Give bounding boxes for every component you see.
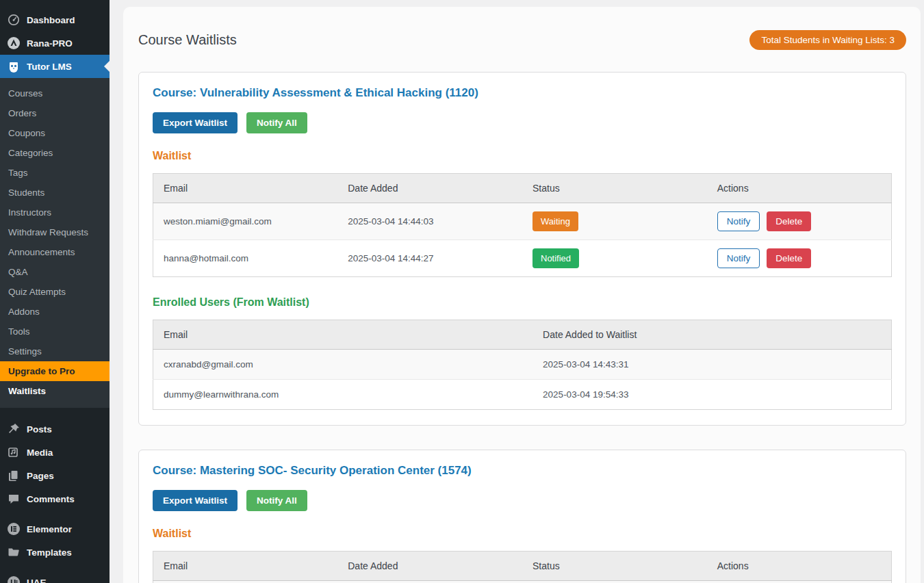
pages-icon: [7, 469, 21, 482]
sidebar-item-posts[interactable]: Posts: [0, 417, 110, 441]
table-row: weston.miami@gmail.com 2025-03-04 14:44:…: [153, 203, 892, 240]
enrolled-users-table: Email Date Added to Waitlist cxranabd@gm…: [153, 320, 892, 410]
notify-button[interactable]: Notify: [717, 211, 760, 231]
table-row: ahrnetwork@gmail.com 2025-03-04 15:28:14…: [153, 581, 892, 583]
column-header-date-added: Date Added: [337, 552, 522, 581]
admin-sidebar: Dashboard Rana-PRO Tutor LMS Courses Ord…: [0, 0, 110, 583]
table-row: hanna@hotmail.com 2025-03-04 14:44:27 No…: [153, 240, 892, 277]
email-cell: hanna@hotmail.com: [153, 240, 338, 277]
table-header-row: Email Date Added Status Actions: [153, 552, 892, 581]
course-actions: Export Waitlist Notify All: [153, 490, 892, 511]
sidebar-item-dashboard[interactable]: Dashboard: [0, 8, 110, 31]
column-header-email: Email: [153, 174, 338, 203]
table-header-row: Email Date Added to Waitlist: [153, 320, 892, 350]
enrolled-users-heading: Enrolled Users (From Waitlist): [153, 296, 892, 309]
export-waitlist-button[interactable]: Export Waitlist: [153, 112, 238, 133]
sidebar-item-courses[interactable]: Courses: [0, 83, 110, 103]
total-students-badge: Total Students in Waiting Lists: 3: [749, 30, 906, 50]
sidebar-item-label: Comments: [27, 494, 75, 504]
sidebar-item-label: Pages: [27, 471, 54, 481]
waitlist-heading: Waitlist: [153, 528, 892, 540]
rana-pro-logo-icon: [7, 36, 21, 50]
sidebar-item-waitlists[interactable]: Waitlists: [0, 381, 110, 401]
sidebar-item-label: UAE: [27, 578, 47, 583]
date-cell: 2025-03-04 19:54:33: [532, 380, 891, 410]
email-cell: ahrnetwork@gmail.com: [153, 581, 338, 583]
sidebar-item-label: Rana-PRO: [27, 38, 73, 49]
tutor-lms-owl-icon: [7, 60, 21, 73]
sidebar-item-withdraw-requests[interactable]: Withdraw Requests: [0, 222, 110, 242]
export-waitlist-button[interactable]: Export Waitlist: [153, 490, 238, 511]
folder-icon: [7, 545, 21, 559]
status-badge: Notified: [532, 248, 579, 268]
column-header-date-added-to-waitlist: Date Added to Waitlist: [532, 320, 891, 350]
date-cell: 2025-03-04 15:28:14: [337, 581, 522, 583]
sidebar-item-students[interactable]: Students: [0, 183, 110, 203]
sidebar-item-settings[interactable]: Settings: [0, 341, 110, 361]
sidebar-item-tools[interactable]: Tools: [0, 322, 110, 341]
column-header-date-added: Date Added: [337, 174, 522, 203]
app-window: Dashboard Rana-PRO Tutor LMS Courses Ord…: [0, 0, 924, 583]
course-card: Course: Vulnerability Assessment & Ethic…: [138, 72, 906, 426]
sidebar-item-tags[interactable]: Tags: [0, 163, 110, 183]
sidebar-item-label: Dashboard: [27, 15, 75, 25]
media-icon: [7, 445, 21, 459]
menu-separator: [0, 510, 110, 517]
delete-button[interactable]: Delete: [767, 248, 811, 268]
sidebar-item-addons[interactable]: Addons: [0, 302, 110, 322]
course-title: Course: Vulnerability Assessment & Ethic…: [153, 86, 892, 100]
sidebar-item-templates[interactable]: Templates: [0, 541, 110, 564]
sidebar-item-quiz-attempts[interactable]: Quiz Attempts: [0, 282, 110, 302]
comment-bubble-icon: [7, 492, 21, 506]
sidebar-item-elementor[interactable]: Elementor: [0, 517, 110, 541]
notify-all-button[interactable]: Notify All: [246, 112, 307, 133]
sidebar-item-coupons[interactable]: Coupons: [0, 123, 110, 143]
sidebar-item-label: Elementor: [27, 524, 72, 534]
course-card: Course: Mastering SOC- Security Operatio…: [138, 450, 906, 583]
column-header-email: Email: [153, 320, 533, 350]
main-content: Course Waitlists Total Students in Waiti…: [110, 0, 924, 583]
sidebar-item-orders[interactable]: Orders: [0, 103, 110, 123]
notify-all-button[interactable]: Notify All: [246, 490, 307, 511]
panel-header: Course Waitlists Total Students in Waiti…: [138, 30, 906, 50]
dashboard-icon: [7, 13, 21, 27]
table-row: cxranabd@gmail.com 2025-03-04 14:43:31: [153, 350, 892, 380]
column-header-status: Status: [522, 174, 707, 203]
pushpin-icon: [7, 422, 21, 436]
uae-logo-icon: [7, 575, 21, 583]
sidebar-item-label: Tutor LMS: [27, 62, 72, 72]
sidebar-item-uae[interactable]: UAE: [0, 571, 110, 583]
sidebar-item-upgrade-to-pro[interactable]: Upgrade to Pro: [0, 361, 110, 381]
delete-button[interactable]: Delete: [767, 211, 811, 231]
table-row: dummy@learnwithrana.com 2025-03-04 19:54…: [153, 380, 892, 410]
date-cell: 2025-03-04 14:44:03: [337, 203, 522, 240]
column-header-actions: Actions: [707, 174, 892, 203]
column-header-actions: Actions: [707, 552, 892, 581]
sidebar-item-label: Media: [27, 448, 53, 458]
waitlists-panel: Course Waitlists Total Students in Waiti…: [123, 7, 921, 583]
table-header-row: Email Date Added Status Actions: [153, 174, 892, 203]
page-title: Course Waitlists: [138, 32, 237, 48]
sidebar-item-pages[interactable]: Pages: [0, 464, 110, 487]
sidebar-item-label: Templates: [27, 547, 72, 558]
sidebar-item-instructors[interactable]: Instructors: [0, 203, 110, 222]
status-badge: Waiting: [532, 211, 578, 231]
email-cell: weston.miami@gmail.com: [153, 203, 338, 240]
course-actions: Export Waitlist Notify All: [153, 112, 892, 133]
waitlist-table: Email Date Added Status Actions ahrnetwo…: [153, 551, 892, 583]
sidebar-item-comments[interactable]: Comments: [0, 487, 110, 510]
sidebar-item-label: Posts: [27, 424, 52, 435]
column-header-status: Status: [522, 552, 707, 581]
sidebar-item-rana-pro[interactable]: Rana-PRO: [0, 31, 110, 55]
sidebar-item-tutor-lms[interactable]: Tutor LMS: [0, 55, 110, 78]
sidebar-item-qa[interactable]: Q&A: [0, 262, 110, 282]
notify-button[interactable]: Notify: [717, 248, 760, 268]
sidebar-item-media[interactable]: Media: [0, 441, 110, 464]
column-header-email: Email: [153, 552, 338, 581]
date-cell: 2025-03-04 14:43:31: [532, 350, 891, 380]
sidebar-item-announcements[interactable]: Announcements: [0, 242, 110, 262]
menu-separator: [0, 564, 110, 571]
sidebar-item-categories[interactable]: Categories: [0, 143, 110, 163]
date-cell: 2025-03-04 14:44:27: [337, 240, 522, 277]
email-cell: cxranabd@gmail.com: [153, 350, 533, 380]
